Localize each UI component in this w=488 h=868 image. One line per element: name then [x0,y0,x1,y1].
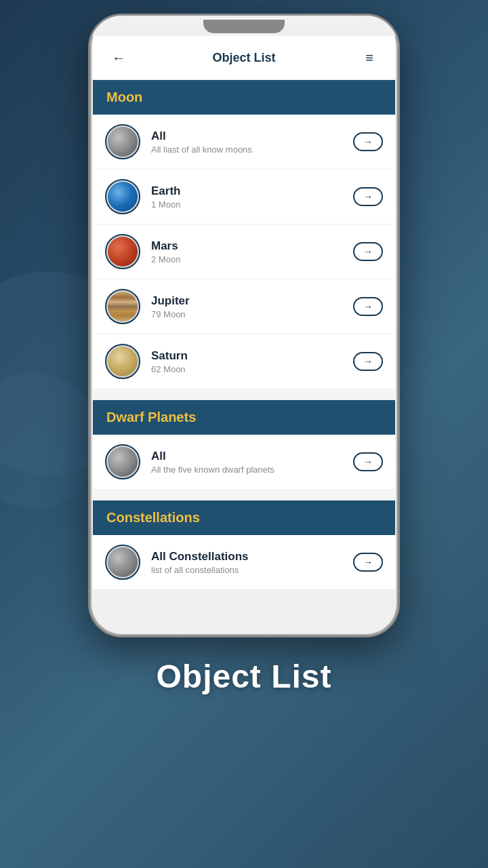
item-name-mars: Mars [151,239,353,253]
item-name-jupiter: Jupiter [151,294,353,308]
planet-icon-wrapper [105,124,140,159]
item-subtitle-dwarf-all: All the five known dwarf planets [151,465,353,475]
item-info-earth: Earth 1 Moon [151,184,353,210]
planet-icon-wrapper-saturn [105,344,140,379]
planet-icon-wrapper-constellation [105,545,140,580]
section-constellations-title: Constellations [106,510,200,525]
item-subtitle-earth: 1 Moon [151,199,353,210]
item-info-moon-all: All All liast of all know moons [151,130,353,155]
item-arrow-dwarf-all[interactable]: → [353,452,383,471]
item-subtitle: All liast of all know moons [151,144,353,155]
list-item-jupiter[interactable]: Jupiter 79 Moon → [93,279,395,334]
section-constellations-header: Constellations [93,500,395,535]
item-name-constellations-all: All Constellations [151,550,353,564]
earth-icon [108,182,138,212]
item-name-earth: Earth [151,184,353,198]
item-arrow-earth[interactable]: → [353,187,383,206]
item-name: All [151,130,353,143]
saturn-icon [108,347,138,376]
page-title: Object List [212,51,275,65]
phone-frame: ← Object List ≡ Moon All All liast of al… [88,14,400,637]
item-subtitle-mars: 2 Moon [151,254,353,264]
list-item-mars[interactable]: Mars 2 Moon → [93,224,395,279]
section-gap-2 [93,490,395,500]
bottom-title: Object List [156,658,331,695]
item-name-saturn: Saturn [151,349,353,363]
planet-icon-wrapper-dwarf [105,444,140,479]
item-info-constellations-all: All Constellations list of all constella… [151,550,353,575]
item-subtitle-jupiter: 79 Moon [151,309,353,319]
list-item-moon-all[interactable]: All All liast of all know moons → [93,115,395,170]
list-item-dwarf-all[interactable]: All All the five known dwarf planets → [93,435,395,490]
list-item-saturn[interactable]: Saturn 62 Moon → [93,334,395,389]
mars-icon [108,237,138,267]
list-item-constellations-all[interactable]: All Constellations list of all constella… [93,535,395,589]
app-header: ← Object List ≡ [93,36,395,80]
section-moon-title: Moon [106,90,142,104]
menu-button[interactable]: ≡ [357,45,382,70]
item-name-dwarf-all: All [151,450,353,463]
item-subtitle-saturn: 62 Moon [151,364,353,374]
item-arrow-mars[interactable]: → [353,242,383,261]
jupiter-icon [108,292,138,321]
moon-all-icon [108,127,138,157]
item-arrow[interactable]: → [353,132,383,151]
list-item-earth[interactable]: Earth 1 Moon → [93,170,395,224]
item-arrow-jupiter[interactable]: → [353,297,383,316]
planet-icon-wrapper-jupiter [105,289,140,324]
item-info-mars: Mars 2 Moon [151,239,353,264]
planet-icon-wrapper-mars [105,234,140,269]
section-dwarf-title: Dwarf Planets [106,410,196,425]
section-dwarf-planets-header: Dwarf Planets [93,400,395,435]
section-moon-header: Moon [93,80,395,115]
dwarf-all-icon [108,447,138,477]
item-info-jupiter: Jupiter 79 Moon [151,294,353,319]
item-info-dwarf-all: All All the five known dwarf planets [151,450,353,475]
constellation-all-icon [108,547,138,577]
item-info-saturn: Saturn 62 Moon [151,349,353,374]
planet-icon-wrapper-earth [105,179,140,214]
item-arrow-saturn[interactable]: → [353,352,383,371]
back-button[interactable]: ← [106,45,131,70]
item-subtitle-constellations-all: list of all constellations [151,565,353,575]
app-screen: ← Object List ≡ Moon All All liast of al… [93,36,395,589]
phone-notch [90,16,398,36]
item-arrow-constellations-all[interactable]: → [353,553,383,572]
section-gap-1 [93,389,395,400]
